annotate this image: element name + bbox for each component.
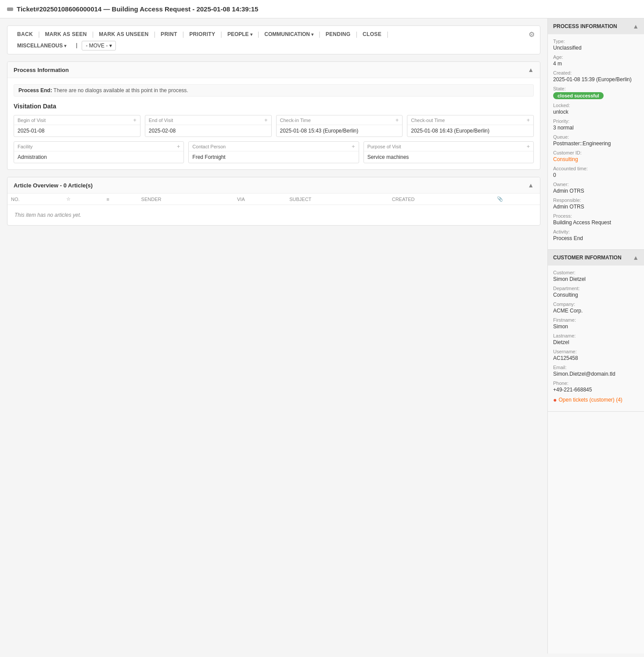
contact-add-icon[interactable]: +: [352, 144, 355, 149]
mark-as-unseen-button[interactable]: MARK AS UNSEEN: [94, 29, 153, 39]
article-overview-card: Article Overview - 0 Article(s) ▲ NO. ☆ …: [7, 177, 540, 226]
priority-button[interactable]: PRIORITY: [185, 29, 219, 39]
facility-add-icon[interactable]: +: [177, 144, 180, 149]
people-dropdown[interactable]: PEOPLE ▾: [223, 29, 257, 39]
info-firstname: Firstname: Simon: [553, 317, 639, 330]
info-email: Email: Simon.Dietzel@domain.tld: [553, 365, 639, 377]
process-end-message: There are no dialogs available at this p…: [54, 87, 188, 93]
process-information-card: Process Information ▲ Process End: There…: [7, 61, 540, 170]
field-contact-person: Contact Person + Fred Fortnight: [188, 141, 359, 163]
sep6: |: [257, 31, 260, 38]
checkin-add-icon[interactable]: +: [396, 117, 399, 123]
sep9: |: [386, 31, 389, 38]
move-chevron-icon: ▾: [109, 43, 112, 49]
article-empty-message: This item has no articles yet.: [7, 205, 540, 225]
field-check-in-time: Check-in Time + 2025-01-08 15:43 (Europe…: [276, 115, 403, 137]
sep1: |: [37, 31, 41, 38]
sidebar-process-title: Process Information: [553, 23, 617, 29]
article-section-body: NO. ☆ ≡ SENDER VIA SUBJECT CREATED 📎 Thi…: [7, 194, 540, 225]
sidebar-process-body: Type: Unclassified Age: 4 m Created: 202…: [548, 34, 644, 249]
info-lastname: Lastname: Dietzel: [553, 333, 639, 345]
info-state: State: closed successful: [553, 86, 639, 99]
checkout-add-icon[interactable]: +: [526, 117, 530, 123]
sep5: |: [219, 31, 223, 38]
tickets-warning-icon: ●: [553, 396, 557, 403]
field-end-of-visit: End of Visit + 2025-02-08: [145, 115, 272, 137]
sep2: |: [91, 31, 95, 38]
sidebar-process-section: Process Information ▲ Type: Unclassified…: [548, 18, 644, 250]
info-process: Process: Building Access Request: [553, 213, 639, 226]
col-attach: 📎: [493, 194, 540, 205]
col-subject: SUBJECT: [286, 194, 389, 205]
info-accounted-time: Accounted time: 0: [553, 166, 639, 178]
end-add-icon[interactable]: +: [264, 117, 268, 123]
info-customer: Customer: Simon Dietzel: [553, 270, 639, 282]
info-open-tickets: ● Open tickets (customer) (4): [553, 396, 639, 403]
process-end-label: Process End:: [18, 87, 52, 93]
purpose-add-icon[interactable]: +: [526, 144, 530, 149]
sidebar: Process Information ▲ Type: Unclassified…: [547, 18, 644, 653]
toolbar: BACK | MARK AS SEEN | MARK AS UNSEEN | P…: [7, 25, 540, 54]
gear-icon[interactable]: ⚙: [529, 30, 535, 39]
sep4: |: [182, 31, 185, 38]
col-equal: ≡: [103, 194, 137, 205]
visitation-fields-row2: Facility + Admistration Contact Person +…: [14, 141, 534, 163]
mark-as-seen-button[interactable]: MARK AS SEEN: [41, 29, 91, 39]
sidebar-customer-collapse-icon: ▲: [633, 254, 639, 261]
col-star: ☆: [63, 194, 103, 205]
field-begin-of-visit: Begin of Visit + 2025-01-08: [14, 115, 140, 137]
sidebar-process-header[interactable]: Process Information ▲: [548, 18, 644, 34]
visitation-title: Visitation Data: [14, 103, 534, 110]
sep3: |: [153, 31, 156, 38]
field-facility: Facility + Admistration: [14, 141, 184, 163]
print-button[interactable]: PRINT: [156, 29, 182, 39]
process-section-header: Process Information ▲: [7, 62, 540, 78]
begin-add-icon[interactable]: +: [133, 117, 137, 123]
back-button[interactable]: BACK: [13, 29, 37, 39]
pending-button[interactable]: PENDING: [321, 29, 355, 39]
info-department: Department: Consulting: [553, 286, 639, 298]
sidebar-customer-header[interactable]: Customer Information ▲: [548, 250, 644, 266]
info-customer-id: Customer ID: Consulting: [553, 150, 639, 162]
visitation-fields-row1: Begin of Visit + 2025-01-08 End of Visit…: [14, 115, 534, 137]
sidebar-process-collapse-icon: ▲: [633, 23, 639, 30]
sep7: |: [318, 31, 321, 38]
sep8: |: [355, 31, 358, 38]
communication-arrow-icon: ▾: [311, 32, 313, 37]
col-created: CREATED: [389, 194, 493, 205]
field-check-out-time: Check-out Time + 2025-01-08 16:43 (Europ…: [407, 115, 534, 137]
article-table: NO. ☆ ≡ SENDER VIA SUBJECT CREATED 📎: [7, 194, 540, 205]
people-arrow-icon: ▾: [250, 32, 252, 37]
info-responsible: Responsible: Admin OTRS: [553, 197, 639, 210]
info-owner: Owner: Admin OTRS: [553, 182, 639, 194]
col-sender: SENDER: [138, 194, 234, 205]
miscellaneous-dropdown[interactable]: MISCELLANEOUS ▾: [13, 41, 71, 50]
info-username: Username: AC125458: [553, 349, 639, 361]
move-select[interactable]: - MOVE - ▾: [82, 41, 116, 50]
process-section-toggle[interactable]: ▲: [528, 66, 534, 73]
minimize-icon: [7, 7, 13, 11]
info-age: Age: 4 m: [553, 54, 639, 67]
info-created: Created: 2025-01-08 15:39 (Europe/Berlin…: [553, 70, 639, 83]
process-end-info: Process End: There are no dialogs availa…: [14, 84, 534, 97]
process-section-title: Process Information: [14, 67, 69, 73]
sidebar-customer-body: Customer: Simon Dietzel Department: Cons…: [548, 266, 644, 411]
open-tickets-link[interactable]: ● Open tickets (customer) (4): [553, 396, 639, 403]
page-title-bar: Ticket#20250108606000014 — Building Acce…: [0, 0, 644, 18]
info-company: Company: ACME Corp.: [553, 302, 639, 314]
col-no: NO.: [7, 194, 63, 205]
info-activity: Activity: Process End: [553, 229, 639, 241]
field-purpose-of-visit: Purpose of Visit + Service machines: [363, 141, 534, 163]
miscellaneous-arrow-icon: ▾: [64, 43, 66, 48]
close-button[interactable]: CLOSE: [358, 29, 386, 39]
article-section-toggle[interactable]: ▲: [528, 182, 534, 189]
col-via: VIA: [234, 194, 286, 205]
sidebar-customer-section: Customer Information ▲ Customer: Simon D…: [548, 250, 644, 412]
info-queue: Queue: Postmaster::Engineering: [553, 134, 639, 147]
communication-dropdown[interactable]: COMMUNICATION ▾: [260, 29, 318, 39]
page-title-text: Ticket#20250108606000014 — Building Acce…: [17, 5, 258, 13]
article-section-title: Article Overview - 0 Article(s): [14, 182, 93, 189]
article-section-header: Article Overview - 0 Article(s) ▲: [7, 177, 540, 194]
info-locked: Locked: unlock: [553, 103, 639, 115]
info-type: Type: Unclassified: [553, 39, 639, 51]
